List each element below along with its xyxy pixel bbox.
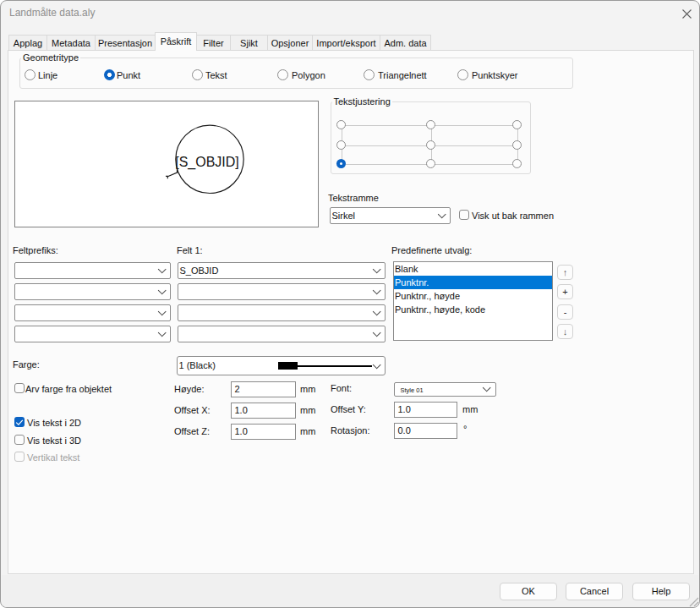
svg-text:[S_OBJID]: [S_OBJID] <box>175 155 239 170</box>
